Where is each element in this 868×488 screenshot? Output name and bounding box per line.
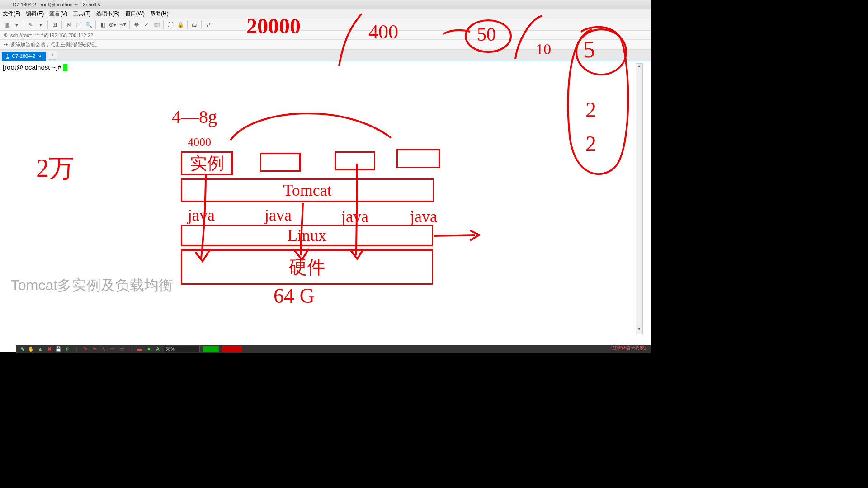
menu-tabs[interactable]: 选项卡(B): [96, 10, 120, 18]
paste-icon[interactable]: 📄: [75, 21, 83, 29]
palette-watermark: 『红蜘蛛电子教鞭』: [608, 345, 648, 351]
tab-session[interactable]: 1 C7-1804-2 ✕: [2, 52, 46, 61]
palette-color2[interactable]: [222, 346, 242, 352]
palette-text-icon[interactable]: A: [155, 346, 161, 352]
encoding-icon[interactable]: ⊕▾: [108, 21, 117, 29]
menu-view[interactable]: 查看(V): [49, 10, 67, 18]
properties-icon[interactable]: ⊞: [51, 21, 59, 29]
prev-video-button[interactable]: 〈: [1, 230, 14, 258]
palette-cursor-icon[interactable]: ⬉: [19, 346, 25, 352]
lock-icon[interactable]: 🔒: [176, 21, 184, 29]
palette-rect-icon[interactable]: ▭: [118, 346, 125, 352]
palette-font-select[interactable]: 宋体: [164, 346, 200, 352]
new-session-icon[interactable]: ▥: [3, 21, 11, 29]
terminal-prompt: [root@localhost ~]#: [3, 63, 63, 71]
menu-window[interactable]: 窗口(W): [125, 10, 145, 18]
menu-file[interactable]: 文件(F): [3, 10, 20, 18]
menu-tools[interactable]: 工具(T): [73, 10, 90, 18]
copy-icon[interactable]: ⎘: [65, 21, 73, 29]
color-icon[interactable]: ◧: [99, 21, 107, 29]
reconnect-icon[interactable]: ✎: [27, 21, 35, 29]
disconnect-icon[interactable]: ▾: [37, 21, 45, 29]
palette-line-icon[interactable]: ━: [91, 346, 98, 352]
hint-text: 要添加当前会话，点击左侧的箭头按钮。: [10, 41, 100, 48]
new-tab-button[interactable]: +: [48, 51, 57, 60]
tabbar: 1 C7-1804-2 ✕ +: [0, 50, 651, 61]
font-icon[interactable]: A▾: [118, 21, 127, 29]
titlebar: ← C7-1804-2 - root@localhost:~ - Xshell …: [0, 0, 651, 9]
palette-fillrect-icon[interactable]: ▬: [137, 346, 143, 352]
lock-small-icon: ⊕: [4, 32, 8, 38]
palette-x-icon[interactable]: ✖: [46, 346, 52, 352]
tunnel-icon[interactable]: ⇄: [204, 21, 212, 29]
window-title: C7-1804-2 - root@localhost:~ - Xshell 5: [13, 2, 100, 7]
script-icon[interactable]: 📰: [152, 21, 160, 29]
bold-icon[interactable]: ❋: [132, 21, 141, 29]
transfer-icon[interactable]: 🗂: [190, 21, 198, 29]
palette-arrow-icon[interactable]: ↘: [100, 346, 107, 352]
menu-help[interactable]: 帮助(H): [150, 10, 169, 18]
terminal-cursor: [63, 64, 67, 71]
terminal-scrollbar[interactable]: ▲ ▼: [636, 63, 643, 334]
palette-curve-icon[interactable]: 〰: [109, 346, 116, 352]
fullscreen-icon[interactable]: ⛶: [166, 21, 175, 29]
menubar: 文件(F) 编辑(E) 查看(V) 工具(T) 选项卡(B) 窗口(W) 帮助(…: [0, 9, 651, 19]
address-url[interactable]: ssh://root:******@192.168.200.112:22: [10, 33, 93, 38]
palette-filldot-icon[interactable]: ●: [146, 346, 152, 352]
hintbar: ⇢ 要添加当前会话，点击左侧的箭头按钮。: [0, 40, 651, 50]
find-icon[interactable]: 🔍: [85, 21, 93, 29]
back-arrow-icon[interactable]: ←: [4, 1, 10, 8]
tab-name: C7-1804-2: [12, 53, 35, 59]
tab-close-icon[interactable]: ✕: [38, 54, 42, 59]
palette-up-icon[interactable]: ▲: [37, 346, 43, 352]
highlight-icon[interactable]: ✓: [142, 21, 151, 29]
addressbar: ⊕ ssh://root:******@192.168.200.112:22: [0, 31, 651, 40]
palette-color1[interactable]: [203, 346, 219, 352]
drawing-palette: ⬉ ✋ ▲ ✖ 💾 ⎘ | ✎ ━ ↘ 〰 ▭ ○ ▬ ● A 宋体 『红蜘蛛电…: [16, 345, 651, 353]
palette-pen-icon[interactable]: ✎: [82, 346, 89, 352]
palette-hand-icon[interactable]: ✋: [28, 346, 34, 352]
palette-circle-icon[interactable]: ○: [127, 346, 134, 352]
palette-copy-icon[interactable]: ⎘: [64, 346, 71, 352]
toolbar: ▥ ▾ ✎ ▾ ⊞ ⎘ 📄 🔍 ◧ ⊕▾ A▾ ❋ ✓ 📰 ⛶ 🔒 🗂 ⇄: [0, 19, 651, 31]
xshell-window: ← C7-1804-2 - root@localhost:~ - Xshell …: [0, 0, 651, 352]
tab-index: 1: [6, 53, 9, 59]
menu-edit[interactable]: 编辑(E): [26, 10, 44, 18]
open-icon[interactable]: ▾: [13, 21, 21, 29]
palette-save-icon[interactable]: 💾: [55, 346, 61, 352]
hint-arrow-icon[interactable]: ⇢: [4, 42, 8, 47]
terminal[interactable]: [root@localhost ~]#: [0, 61, 651, 333]
